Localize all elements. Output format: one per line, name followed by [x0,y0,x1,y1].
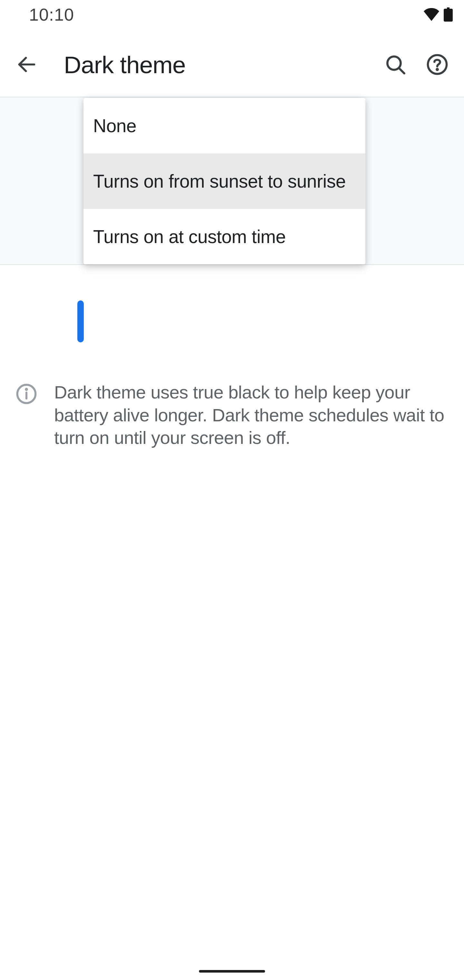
svg-line-4 [399,68,404,73]
page-title: Dark theme [48,51,374,79]
wifi-icon [424,8,439,21]
app-bar: Dark theme [0,37,464,92]
svg-rect-1 [444,9,453,22]
back-button[interactable] [6,44,48,86]
selection-indicator [77,301,84,342]
battery-icon [444,7,453,22]
menu-item-label: Turns on from sunset to sunrise [93,170,346,192]
status-time: 10:10 [29,5,74,24]
schedule-dropdown-menu: None Turns on from sunset to sunrise Tur… [83,98,365,264]
back-arrow-icon [17,54,37,75]
menu-item-label: Turns on at custom time [93,226,286,247]
svg-rect-0 [447,7,450,9]
svg-point-9 [26,389,27,390]
search-icon [385,54,406,76]
menu-item-custom-time[interactable]: Turns on at custom time [83,209,365,264]
menu-item-sunset-sunrise[interactable]: Turns on from sunset to sunrise [83,153,365,209]
menu-item-none[interactable]: None [83,98,365,153]
status-icons [424,7,453,22]
gesture-bar[interactable] [199,970,265,973]
help-button[interactable] [416,44,458,86]
info-row: Dark theme uses true black to help keep … [16,381,445,449]
help-icon [426,53,448,77]
status-bar: 10:10 [0,0,464,29]
info-icon [16,383,37,406]
menu-item-label: None [93,115,136,136]
svg-point-6 [437,68,438,70]
search-button[interactable] [374,44,416,86]
info-text: Dark theme uses true black to help keep … [16,381,445,449]
